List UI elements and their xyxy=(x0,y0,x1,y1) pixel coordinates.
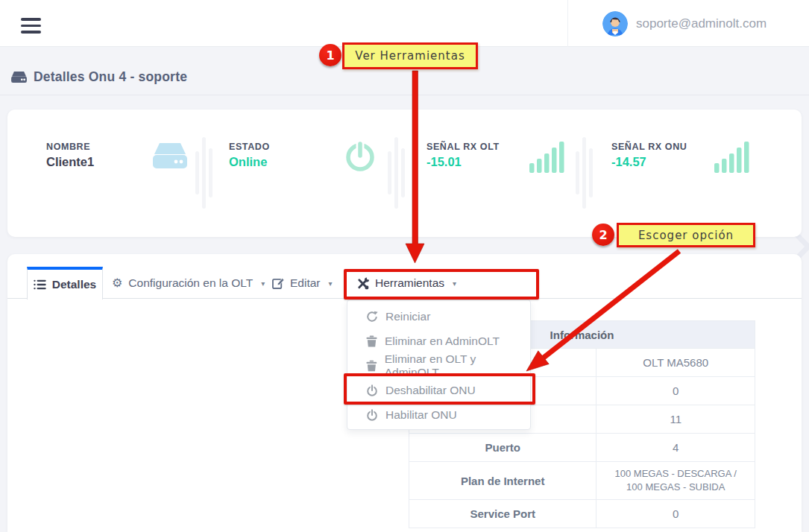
menu-item-reiniciar[interactable]: Reiniciar xyxy=(347,304,530,329)
trash-icon xyxy=(366,335,377,347)
stat-label-estado: ESTADO xyxy=(229,142,270,152)
stat-value-senal-rx-onu: -14.57 xyxy=(611,155,646,169)
trash-icon xyxy=(366,360,377,372)
tab-detalles[interactable]: Detalles xyxy=(27,267,103,300)
power-icon xyxy=(366,409,378,421)
stat-value-senal-rx-olt: -15.01 xyxy=(426,155,462,169)
tools-icon xyxy=(356,277,369,290)
top-navbar: soporte@adminolt.com xyxy=(0,0,809,47)
stat-value-nombre: Cliente1 xyxy=(46,155,94,169)
list-icon xyxy=(34,279,46,291)
menu-item-eliminar-olt-adminolt[interactable]: Eliminar en OLT y AdminOLT xyxy=(347,353,530,378)
gear-icon: ⚙ xyxy=(112,277,122,289)
stat-label-nombre: NOMBRE xyxy=(46,142,90,152)
divider xyxy=(195,134,213,212)
menu-icon[interactable] xyxy=(21,18,41,34)
tab-editar[interactable]: Editar ▾ xyxy=(272,276,333,290)
page-title: Detalles Onu 4 - soporte xyxy=(10,69,187,85)
onu-device-icon xyxy=(151,142,189,171)
step-1-badge: 1 xyxy=(319,44,341,66)
tab-configuracion-olt[interactable]: ⚙ Configuración en la OLT ▾ xyxy=(112,276,265,290)
step-1-label: Ver Herramientas xyxy=(342,42,478,69)
menu-item-eliminar-adminolt[interactable]: Eliminar en AdminOLT xyxy=(347,329,530,353)
refresh-icon xyxy=(366,311,378,323)
menu-item-deshabilitar-onu[interactable]: Deshabilitar ONU xyxy=(347,378,530,402)
signal-bars-icon xyxy=(529,140,565,174)
signal-bars-icon xyxy=(714,140,750,174)
user-menu[interactable]: soporte@adminolt.com xyxy=(567,0,809,47)
power-icon xyxy=(366,384,378,396)
chevron-down-icon: ▾ xyxy=(329,279,333,288)
chevron-down-icon: ▾ xyxy=(261,279,265,288)
table-row: Puerto 4 xyxy=(409,433,755,461)
stat-value-estado: Online xyxy=(229,155,267,169)
divider xyxy=(388,134,405,212)
step-2-badge: 2 xyxy=(592,224,614,246)
chevron-down-icon: ▾ xyxy=(453,279,456,288)
table-row: Plan de Internet 100 MEGAS - DESCARGA / … xyxy=(409,461,755,499)
power-icon xyxy=(343,138,377,174)
user-email: soporte@adminolt.com xyxy=(636,16,766,31)
stat-label-senal-rx-onu: SEÑAL RX ONU xyxy=(611,142,687,152)
herramientas-dropdown-menu: Reiniciar Eliminar en AdminOLT Eliminar … xyxy=(347,300,531,430)
avatar xyxy=(602,11,628,37)
tab-divider xyxy=(7,298,802,299)
tab-herramientas[interactable]: Herramientas ▾ xyxy=(356,276,456,290)
divider xyxy=(576,134,593,212)
step-2-label: Escoger opción xyxy=(617,223,755,247)
menu-item-habilitar-onu[interactable]: Habilitar ONU xyxy=(347,402,530,427)
stat-label-senal-rx-olt: SEÑAL RX OLT xyxy=(426,142,500,152)
onu-status-card: NOMBRE Cliente1 ESTADO Online SEÑAL RX O… xyxy=(7,110,802,237)
onu-device-icon xyxy=(10,71,28,84)
edit-icon xyxy=(272,277,284,289)
table-row: Service Port 0 xyxy=(409,499,755,528)
